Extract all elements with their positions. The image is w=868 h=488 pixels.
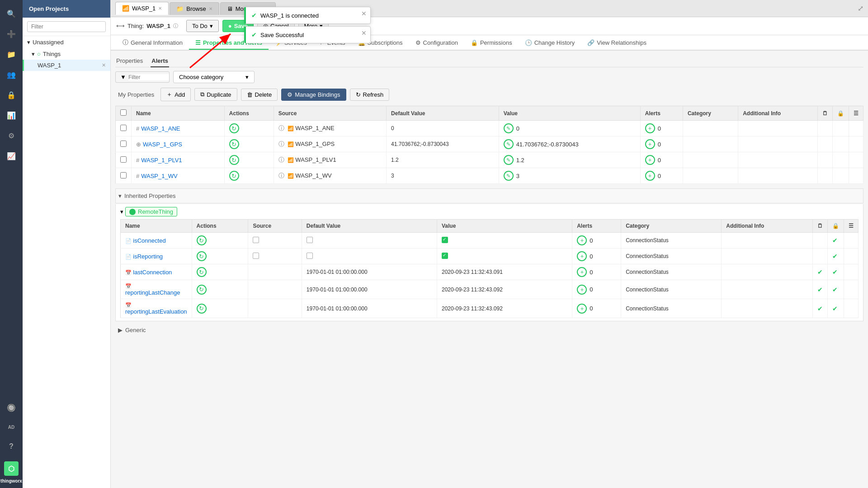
add-nav-icon[interactable]: ➕ xyxy=(2,25,20,43)
manage-bindings-button[interactable]: ⚙ Manage Bindings xyxy=(281,89,346,101)
duplicate-button[interactable]: ⧉ Duplicate xyxy=(194,88,237,101)
add-button[interactable]: ＋ Add xyxy=(160,88,191,101)
subnav-history[interactable]: 🕒 Change History xyxy=(519,37,581,50)
action-icon-2[interactable]: ↻ xyxy=(229,155,239,165)
table-row: 📅 lastConnection ↻ 1970-01-01 01:00:00.0… xyxy=(121,264,859,280)
help-circle-nav-icon[interactable]: 🔘 xyxy=(2,399,20,417)
duplicate-icon: ⧉ xyxy=(200,91,204,98)
subnav-relationships[interactable]: 🔗 View Relationships xyxy=(581,37,653,50)
col-menu: ☰ xyxy=(849,106,863,121)
edit-icon-2[interactable]: ✎ xyxy=(504,155,514,165)
category-3 xyxy=(683,168,738,184)
prop-link-2[interactable]: WASP_1_PLV1 xyxy=(141,157,182,164)
maximize-icon[interactable]: ⤢ xyxy=(858,4,863,13)
search-nav-icon[interactable]: 🔍 xyxy=(2,5,20,23)
action-icon-lastconn[interactable]: ↻ xyxy=(197,267,207,277)
delete-button[interactable]: 🗑 Delete xyxy=(241,89,278,101)
bindings-icon: ⚙ xyxy=(287,91,292,98)
bar-chart-nav-icon[interactable]: 📈 xyxy=(2,147,20,165)
category-dropdown[interactable]: Choose category ▾ xyxy=(173,71,255,83)
ad-nav-icon[interactable]: AD xyxy=(2,418,20,436)
action-icon-isrep[interactable]: ↻ xyxy=(197,251,207,261)
chart-nav-icon[interactable]: 📊 xyxy=(2,106,20,124)
copy-check-lastconn: ✔ xyxy=(817,268,823,276)
close-notif-save[interactable]: ✕ xyxy=(361,29,367,37)
prop-link-3[interactable]: WASP_1_WV xyxy=(141,173,177,179)
tabs-bar: 📶 WASP_1 ✕ 📁 Browse ✕ 🖥 Monitoring ✕ ⤢ xyxy=(111,0,868,17)
prop-link-isrep[interactable]: isReporting xyxy=(133,253,163,260)
addinfo-rplc xyxy=(722,280,813,299)
edit-icon-3[interactable]: ✎ xyxy=(504,171,514,181)
sidebar-item-unassigned[interactable]: ▾ Unassigned xyxy=(23,36,110,48)
brand-icon[interactable]: ⬡ xyxy=(4,461,19,476)
close-wasp1-icon[interactable]: ✕ xyxy=(102,62,106,68)
prop-link-isconn[interactable]: isConnected xyxy=(133,237,165,244)
info-icon[interactable]: ⓘ xyxy=(173,23,178,29)
subnav-permissions[interactable]: 🔒 Permissions xyxy=(464,37,519,50)
select-all-checkbox[interactable] xyxy=(120,109,127,116)
subnav-general[interactable]: ⓘ General Information xyxy=(116,36,189,50)
close-tab-wasp1-icon[interactable]: ✕ xyxy=(158,6,162,11)
alert-cell-2: ＋ 0 xyxy=(645,155,678,165)
subnav-configuration[interactable]: ⚙ Configuration xyxy=(409,37,464,50)
add-alert-isrep[interactable]: ＋ xyxy=(577,251,587,261)
folder-nav-icon[interactable]: 📁 xyxy=(2,45,20,63)
question-nav-icon[interactable]: ? xyxy=(2,437,20,455)
subnav-relationships-label: View Relationships xyxy=(597,39,646,46)
add-alert-icon-0[interactable]: ＋ xyxy=(645,123,655,133)
sidebar-item-wasp1[interactable]: WASP_1 ✕ xyxy=(23,60,110,71)
row-checkbox-2[interactable] xyxy=(120,156,127,163)
row-checkbox-0[interactable] xyxy=(120,125,127,131)
users-nav-icon[interactable]: 👥 xyxy=(2,66,20,84)
prop-link-1[interactable]: WASP_1_GPS xyxy=(143,141,182,148)
add-alert-lastconn[interactable]: ＋ xyxy=(577,267,587,277)
action-icon-0[interactable]: ↻ xyxy=(229,123,239,133)
wifi-source-icon-0: 📶 xyxy=(288,126,294,131)
nav-filter-input[interactable] xyxy=(27,21,106,32)
add-alert-icon-2[interactable]: ＋ xyxy=(645,155,655,165)
prop-link-rple[interactable]: reportingLastEvaluation xyxy=(125,308,187,315)
generic-section-header[interactable]: ▶ Generic xyxy=(115,323,863,337)
add-alert-icon-3[interactable]: ＋ xyxy=(645,171,655,181)
prop-link-0[interactable]: WASP_1_ANE xyxy=(141,125,180,132)
tab-browse[interactable]: 📁 Browse ✕ xyxy=(170,2,219,15)
remote-thing-wrapper: ▾ RemoteThing Name Actions Source Defaul… xyxy=(115,204,863,321)
prop-link-rplc[interactable]: reportingLastChange xyxy=(125,289,180,296)
edit-icon-1[interactable]: ✎ xyxy=(504,139,514,149)
wifi-source-icon-1: 📶 xyxy=(288,141,294,147)
add-alert-icon-1[interactable]: ＋ xyxy=(645,139,655,149)
close-notif-connected[interactable]: ✕ xyxy=(361,10,367,17)
edit-icon-0[interactable]: ✎ xyxy=(504,123,514,133)
sidebar-item-things[interactable]: ▾ ○ Things xyxy=(23,48,110,60)
add-alert-isconn[interactable]: ＋ xyxy=(577,235,587,245)
tab-properties[interactable]: Properties xyxy=(115,55,144,67)
close-tab-browse-icon[interactable]: ✕ xyxy=(209,6,212,11)
row-checkbox-3[interactable] xyxy=(120,172,127,178)
action-icon-isconn[interactable]: ↻ xyxy=(197,235,207,245)
action-icon-1[interactable]: ↻ xyxy=(229,139,239,149)
col-lock: 🔒 xyxy=(833,106,849,121)
action-icon-rplc[interactable]: ↻ xyxy=(197,285,207,295)
tab-browse-label: Browse xyxy=(186,5,206,12)
lock-nav-icon[interactable]: 🔒 xyxy=(2,86,20,104)
gear-nav-icon[interactable]: ⚙ xyxy=(2,127,20,145)
prop-link-lastconn[interactable]: lastConnection xyxy=(133,269,172,276)
col-default-inh: Default Value xyxy=(302,220,437,233)
tab-alerts[interactable]: Alerts xyxy=(151,55,169,67)
value-cell-0: ✎ 0 xyxy=(504,123,636,133)
category-1 xyxy=(683,136,738,152)
menu-isconn xyxy=(844,233,859,249)
tab-wasp1[interactable]: 📶 WASP_1 ✕ xyxy=(115,2,169,15)
action-icon-rple[interactable]: ↻ xyxy=(197,304,207,314)
todo-button[interactable]: To Do ▾ xyxy=(186,20,219,32)
row-checkbox-1[interactable] xyxy=(120,141,127,147)
refresh-label: Refresh xyxy=(363,91,384,98)
refresh-button[interactable]: ↻ Refresh xyxy=(350,89,390,101)
filter-input[interactable] xyxy=(128,74,169,80)
add-alert-rplc[interactable]: ＋ xyxy=(577,285,587,295)
add-alert-rple[interactable]: ＋ xyxy=(577,304,587,314)
remote-thing-tag[interactable]: RemoteThing xyxy=(125,207,177,216)
action-icon-3[interactable]: ↻ xyxy=(229,171,239,181)
inherited-section-header[interactable]: ▾ Inherited Properties xyxy=(115,188,863,203)
lock-2 xyxy=(833,152,849,168)
